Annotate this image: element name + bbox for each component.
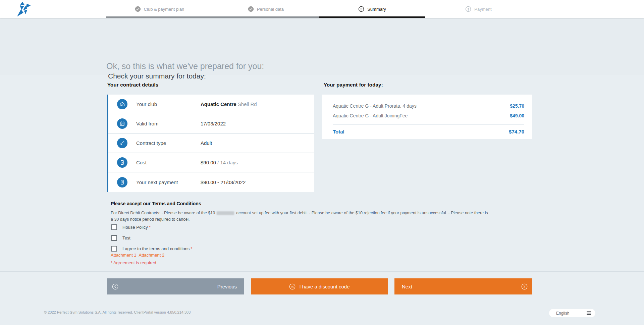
svg-text:%: % <box>291 285 294 288</box>
test-checkbox[interactable] <box>111 235 117 241</box>
row-label: Valid from <box>136 121 190 126</box>
row-value: Aquatic Centre Shell Rd <box>201 101 257 107</box>
language-selector[interactable]: English <box>549 309 595 317</box>
discount-code-button[interactable]: % I have a discount code <box>251 278 388 294</box>
checkbox-label: Test <box>122 235 130 240</box>
step-label: Club & payment plan <box>144 7 184 12</box>
attachment-2-link[interactable]: Attachment 2 <box>139 253 165 258</box>
payment-item-row: Aquatic Centre G - Adult JoiningFee $49.… <box>333 111 524 120</box>
discount-percent-circle-icon: % <box>289 283 296 290</box>
payment-item-label: Aquatic Centre G - Adult JoiningFee <box>333 113 408 118</box>
terms-text-before: For Direct Debit Contracts: - Please be … <box>111 211 215 215</box>
previous-button-label: Previous <box>217 284 237 289</box>
svg-text:$: $ <box>468 7 470 11</box>
hero-line-2: Check your summary for today: <box>108 72 206 80</box>
row-value: 17/03/2022 <box>201 121 226 126</box>
language-label: English <box>556 311 569 316</box>
wizard-stepper: Club & payment plan Personal data Summar… <box>106 0 532 18</box>
discount-button-label: I have a discount code <box>299 284 350 289</box>
checkbox-label: I agree to the terms and conditions* <box>122 246 192 251</box>
row-label: Cost <box>136 160 190 165</box>
check-circle-icon <box>135 6 141 12</box>
terms-body: For Direct Debit Contracts: - Please be … <box>111 210 489 223</box>
payment-summary-card: Aquatic Centre G - Adult Prorata, 4 days… <box>322 95 532 139</box>
contract-row-next-payment: $ Your next payment $90.00 - 21/03/2022 <box>108 172 314 192</box>
summary-page: Club & payment plan Personal data Summar… <box>0 0 644 325</box>
contract-icon <box>117 138 127 148</box>
payment-today-title: Your payment for today: <box>324 82 383 88</box>
agree-terms-checkbox[interactable] <box>111 246 117 252</box>
total-label: Total <box>333 129 344 134</box>
terms-title: Please accept our Terms and Conditions <box>111 201 201 206</box>
hamburger-menu-icon <box>587 311 591 315</box>
payment-divider <box>333 124 524 124</box>
arrow-right-circle-icon <box>521 283 528 290</box>
home-icon <box>117 99 127 109</box>
attachment-links: Attachment 1 Attachment 2 <box>111 253 164 258</box>
row-value: $90.00 / 14 days <box>201 160 238 165</box>
required-asterisk: * <box>191 246 192 251</box>
next-button-label: Next <box>402 284 412 289</box>
dollar-icon: $ <box>117 157 127 168</box>
payment-item-label: Aquatic Centre G - Adult Prorata, 4 days <box>333 103 417 109</box>
contract-row-type: Contract type Adult <box>108 133 314 153</box>
step-summary[interactable]: Summary <box>319 0 425 18</box>
copyright-text: © 2022 Perfect Gym Solutions S.A. All ri… <box>44 310 191 314</box>
arrow-left-circle-icon <box>112 283 118 290</box>
top-bar: Club & payment plan Personal data Summar… <box>0 0 644 18</box>
checkbox-row-agree-terms: I agree to the terms and conditions* <box>111 246 192 252</box>
svg-text:$: $ <box>121 161 123 164</box>
agreement-required-note: * Agreement is required <box>111 260 156 265</box>
checkbox-row-test: Test <box>111 235 130 241</box>
payment-item-row: Aquatic Centre G - Adult Prorata, 4 days… <box>333 101 524 110</box>
required-asterisk: * <box>149 225 151 230</box>
summary-list-circle-icon <box>358 6 364 12</box>
row-label: Contract type <box>136 140 190 146</box>
step-club-payment-plan[interactable]: Club & payment plan <box>106 0 213 18</box>
attachment-1-link[interactable]: Attachment 1 <box>111 253 137 258</box>
dollar-circle-icon: $ <box>465 6 471 12</box>
checkbox-label: House Policy* <box>122 225 151 230</box>
step-personal-data[interactable]: Personal data <box>213 0 319 18</box>
checkbox-row-house-policy: House Policy* <box>111 224 151 230</box>
payment-item-amount: $25.70 <box>510 103 524 109</box>
redacted-text <box>217 211 234 215</box>
hero-line-1: Ok, so this is what we've prepared for y… <box>106 61 264 71</box>
payment-total-row: Total $74.70 <box>333 127 524 136</box>
step-payment[interactable]: $ Payment <box>425 0 532 18</box>
previous-button[interactable]: Previous <box>107 278 244 294</box>
step-label: Summary <box>367 7 386 12</box>
contract-details-title: Your contract details <box>107 82 158 88</box>
contract-row-cost: $ Cost $90.00 / 14 days <box>108 153 314 172</box>
hero-banner: Ok, so this is what we've prepared for y… <box>0 18 644 75</box>
dollar-icon: $ <box>117 177 127 187</box>
row-label: Your club <box>136 101 190 107</box>
calendar-icon <box>117 118 127 129</box>
check-circle-icon <box>248 6 254 12</box>
step-label: Payment <box>474 7 491 12</box>
payment-item-amount: $49.00 <box>510 113 524 118</box>
step-label: Personal data <box>257 7 284 12</box>
row-value: $90.00 - 21/03/2022 <box>201 179 246 185</box>
svg-text:$: $ <box>121 181 123 184</box>
next-button[interactable]: Next <box>394 278 532 294</box>
row-value: Adult <box>201 140 212 146</box>
actions-divider <box>0 271 644 272</box>
contract-row-valid-from: Valid from 17/03/2022 <box>108 114 314 133</box>
perfect-gym-logo-icon <box>15 2 32 17</box>
total-amount: $74.70 <box>509 129 524 134</box>
house-policy-checkbox[interactable] <box>111 224 117 230</box>
contract-details-card: Your club Aquatic Centre Shell Rd Valid … <box>107 95 314 192</box>
contract-row-club: Your club Aquatic Centre Shell Rd <box>108 95 314 114</box>
row-label: Your next payment <box>136 179 190 185</box>
